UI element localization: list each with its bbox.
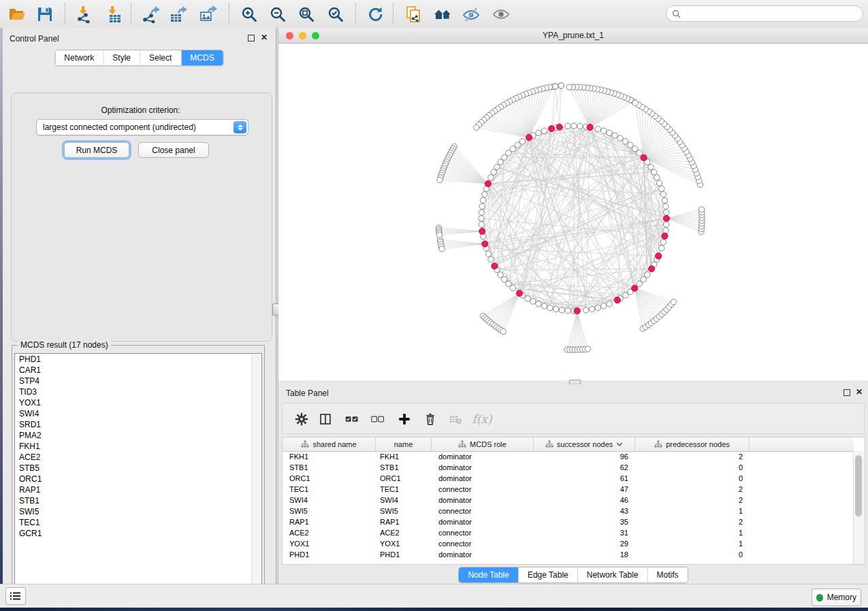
tree-icon — [654, 440, 662, 448]
memory-button[interactable]: Memory — [811, 589, 861, 606]
export-table-icon[interactable] — [167, 3, 190, 25]
table-scrollbar-thumb[interactable] — [855, 455, 862, 516]
table-row[interactable]: RAP1RAP1dominator352 — [283, 516, 854, 527]
table-row[interactable]: TEC1TEC1connector472 — [283, 484, 854, 495]
mcds-result-item[interactable]: TEC1 — [15, 517, 261, 528]
tab-edge-table[interactable]: Edge Table — [519, 567, 578, 582]
mcds-result-item[interactable]: STB5 — [15, 463, 261, 474]
tab-node-table[interactable]: Node Table — [459, 567, 519, 582]
import-table-icon[interactable] — [101, 3, 125, 25]
mcds-result-item[interactable]: FKH1 — [15, 441, 261, 452]
table-cell: FKH1 — [283, 452, 376, 461]
mcds-result-item[interactable]: STB1 — [15, 495, 261, 506]
deselect-all-icon[interactable] — [367, 409, 389, 429]
tab-style[interactable]: Style — [103, 50, 140, 65]
zoom-in-icon[interactable] — [238, 3, 261, 25]
table-cell: 61 — [534, 474, 635, 482]
table-row[interactable]: SWI4SWI4dominator462 — [283, 495, 854, 506]
split-view-icon[interactable] — [315, 409, 336, 429]
column-header-successor-nodes[interactable]: successor nodes — [534, 437, 635, 451]
show-all-icon[interactable] — [489, 3, 513, 25]
add-column-icon[interactable] — [393, 409, 415, 429]
close-table-panel-icon[interactable]: ✕ — [855, 388, 863, 396]
table-cell: 46 — [534, 496, 635, 504]
mcds-result-item[interactable]: YOX1 — [15, 397, 261, 408]
column-header-predecessor-nodes[interactable]: predecessor nodes — [635, 437, 750, 451]
first-neighbors-icon[interactable] — [431, 3, 454, 25]
tab-network[interactable]: Network — [55, 50, 103, 65]
column-header-shared-name[interactable]: shared name — [283, 437, 376, 451]
float-panel-icon[interactable] — [247, 34, 255, 42]
tab-select[interactable]: Select — [140, 50, 181, 65]
mcds-list-scrollbar[interactable] — [251, 354, 261, 594]
zoom-selected-icon[interactable] — [324, 3, 347, 25]
mcds-result-item[interactable]: STP4 — [15, 376, 261, 386]
table-row[interactable]: SWI5SWI5connector431 — [283, 506, 854, 516]
import-network-icon[interactable] — [72, 3, 95, 25]
table-panel: Table Panel ✕ — [278, 384, 868, 584]
table-cell: 29 — [534, 540, 635, 548]
table-panel-title: Table Panel — [286, 389, 329, 398]
mcds-result-item[interactable]: SRD1 — [15, 419, 261, 430]
log-console-icon[interactable] — [5, 587, 26, 605]
select-all-icon[interactable] — [341, 409, 363, 429]
table-row[interactable]: YOX1YOX1connector291 — [283, 538, 854, 549]
column-header-mcds-role[interactable]: MCDS role — [432, 437, 534, 451]
node-table-header: shared name name MCDS role successor nod… — [283, 437, 854, 452]
tab-network-table[interactable]: Network Table — [578, 567, 648, 582]
table-scrollbar[interactable] — [853, 451, 865, 564]
tab-motifs[interactable]: Motifs — [648, 567, 688, 582]
table-row[interactable]: STB1STB1dominator620 — [283, 462, 854, 473]
table-cell: YOX1 — [376, 540, 432, 548]
table-cell: SWI5 — [283, 507, 376, 515]
column-header-name[interactable]: name — [376, 437, 432, 451]
table-cell: dominator — [432, 550, 534, 559]
mcds-result-item[interactable]: SWI5 — [15, 506, 261, 517]
table-cell: dominator — [432, 518, 534, 526]
close-panel-button[interactable]: Close panel — [138, 142, 209, 158]
table-cell: 96 — [534, 452, 635, 461]
table-cell: connector — [432, 485, 534, 493]
zoom-out-icon[interactable] — [266, 3, 289, 25]
mcds-result-item[interactable]: PMA2 — [15, 430, 261, 441]
duplicate-network-icon[interactable] — [402, 3, 425, 25]
float-table-panel-icon[interactable] — [843, 389, 851, 397]
settings-gear-icon[interactable] — [291, 409, 312, 429]
desktop-wallpaper-bottom — [0, 608, 868, 611]
table-row[interactable]: FKH1FKH1dominator962 — [283, 451, 854, 462]
table-row[interactable]: ORC1ORC1dominator610 — [283, 473, 854, 484]
table-row[interactable]: ACE2ACE2connector311 — [283, 527, 854, 538]
mcds-result-item[interactable]: TID3 — [15, 386, 261, 397]
table-row[interactable]: PHD1PHD1dominator180 — [283, 549, 854, 560]
save-session-icon[interactable] — [33, 3, 57, 25]
table-tabbar: Node Table Edge Table Network Table Moti… — [278, 567, 868, 583]
table-cell: 2 — [635, 452, 750, 461]
delete-column-icon[interactable] — [419, 409, 441, 429]
hide-selected-icon[interactable] — [460, 3, 483, 25]
zoom-fit-icon[interactable] — [295, 3, 318, 25]
run-mcds-button[interactable]: Run MCDS — [64, 142, 129, 158]
optimization-criterion-select[interactable]: largest connected component (undirected) — [36, 119, 248, 135]
tab-mcds[interactable]: MCDS — [181, 50, 223, 65]
table-cell: 47 — [534, 485, 635, 493]
export-image-icon[interactable] — [197, 3, 220, 25]
search-input[interactable] — [685, 8, 857, 19]
mcds-result-item[interactable]: CAR1 — [15, 365, 261, 376]
close-panel-icon[interactable]: ✕ — [260, 33, 268, 42]
mcds-result-item[interactable]: PHD1 — [15, 354, 261, 365]
node-table-body[interactable]: FKH1FKH1dominator962STB1STB1dominator620… — [283, 451, 854, 564]
network-canvas[interactable] — [278, 44, 868, 380]
table-cell: 1 — [635, 540, 750, 548]
export-network-icon[interactable] — [140, 3, 163, 25]
table-cell: TEC1 — [376, 485, 432, 493]
mcds-result-item[interactable]: SWI4 — [15, 408, 261, 419]
mcds-result-item[interactable]: GCR1 — [15, 528, 261, 539]
mcds-result-item[interactable]: ORC1 — [15, 474, 261, 484]
refresh-layout-icon[interactable] — [364, 3, 387, 25]
open-session-icon[interactable] — [5, 3, 29, 25]
optimization-criterion-value: largest connected component (undirected) — [37, 122, 234, 132]
mcds-result-list[interactable]: PHD1CAR1STP4TID3YOX1SWI4SRD1PMA2FKH1ACE2… — [14, 353, 262, 595]
mcds-result-item[interactable]: ACE2 — [15, 452, 261, 463]
mcds-result-item[interactable]: RAP1 — [15, 484, 261, 495]
table-cell: dominator — [432, 496, 534, 504]
